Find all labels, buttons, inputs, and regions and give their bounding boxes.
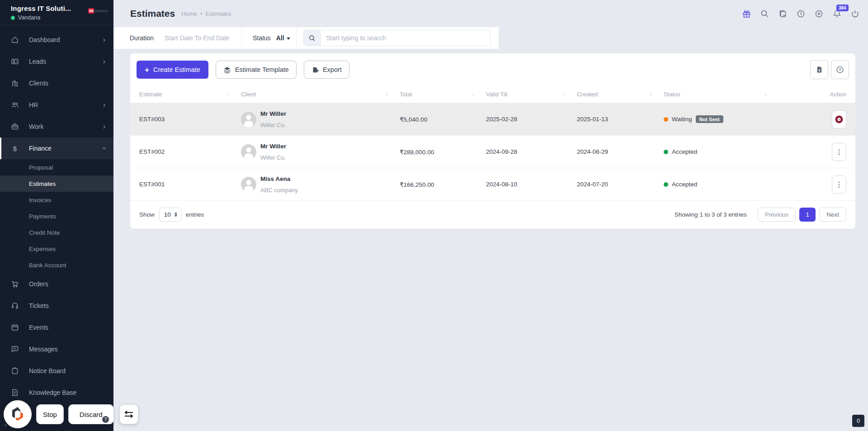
sidebar-item-label: Work: [29, 123, 43, 130]
sort-icon[interactable]: ↑↓: [385, 92, 388, 97]
status-dropdown[interactable]: All: [276, 34, 290, 42]
notes-icon[interactable]: [778, 9, 788, 19]
sidebar-subitem-proposal[interactable]: Proposal: [0, 159, 113, 175]
document-icon: [11, 388, 19, 397]
layers-icon: [223, 66, 231, 74]
sidebar-item-label: Events: [29, 324, 48, 331]
table-row[interactable]: EST#003 Mr WillerWiller Co. ₹5,040.00 20…: [130, 103, 855, 136]
column-header-client[interactable]: Client↑↓: [241, 91, 400, 98]
column-header-created[interactable]: Created↑↓: [577, 91, 664, 98]
client-cell[interactable]: Mr WillerWiller Co.: [241, 143, 400, 161]
status-cell: Waiting Not Sent: [664, 115, 778, 123]
table-row[interactable]: EST#001 Miss AenaABC company ₹166,250.00…: [130, 168, 855, 201]
top-bar: Estimates Home • Estimates 384: [113, 0, 868, 27]
table-header: Estimate↑↓ Client↑↓ Total↑↓ Valid Till↑↓…: [130, 86, 855, 103]
sort-icon[interactable]: ↑↓: [472, 92, 474, 97]
row-actions-button[interactable]: ⋮: [832, 175, 846, 194]
client-name[interactable]: Mr Willer: [260, 143, 286, 150]
gift-icon[interactable]: [741, 9, 751, 19]
search-box: [303, 30, 491, 46]
dots-vertical-icon: ⋮: [836, 180, 843, 189]
duration-label: Duration: [130, 34, 154, 42]
briefcase-icon: [11, 123, 19, 131]
stop-button[interactable]: Stop: [36, 404, 64, 424]
sidebar-subitem-expenses[interactable]: Expenses: [0, 241, 113, 257]
column-header-valid-till[interactable]: Valid Till↑↓: [486, 91, 577, 98]
avatar: [241, 177, 256, 192]
sort-icon[interactable]: ↑↓: [226, 92, 229, 97]
client-cell[interactable]: Mr WillerWiller Co.: [241, 110, 400, 128]
plus-circle-icon[interactable]: [814, 9, 824, 19]
table-row[interactable]: EST#002 Mr WillerWiller Co. ₹288,000.00 …: [130, 136, 855, 168]
recorder-help-icon[interactable]: ?: [102, 416, 109, 423]
sidebar-item-dashboard[interactable]: Dashboard ›: [0, 29, 113, 51]
sidebar-subitem-bank-account[interactable]: Bank Account: [0, 257, 113, 273]
sidebar-item-label: Messages: [29, 346, 58, 353]
create-estimate-button[interactable]: + Create Estimate: [137, 61, 208, 79]
sidebar-item-label: Dashboard: [29, 36, 60, 43]
search-input[interactable]: [321, 34, 490, 42]
sidebar-item-label: Orders: [29, 280, 48, 288]
bell-icon[interactable]: 384: [832, 9, 842, 19]
created-value: 2025-01-13: [577, 116, 664, 123]
sort-icon[interactable]: ↑↓: [562, 92, 565, 97]
column-header-estimate[interactable]: Estimate↑↓: [139, 91, 241, 98]
sidebar-item-orders[interactable]: Orders: [0, 273, 113, 295]
status-dot: [664, 182, 668, 187]
sort-icon[interactable]: ↑↓: [764, 92, 767, 97]
power-icon[interactable]: [850, 9, 860, 19]
breadcrumb-home[interactable]: Home: [181, 10, 197, 17]
select-arrows-icon: [175, 212, 177, 217]
export-button[interactable]: Export: [304, 61, 349, 79]
svg-text:?: ?: [839, 67, 841, 72]
pagination-summary: Showing 1 to 3 of 3 entries: [675, 211, 747, 218]
previous-page-button[interactable]: Previous: [758, 208, 796, 222]
estimate-number[interactable]: EST#001: [139, 181, 241, 188]
column-header-status[interactable]: Status↑↓: [664, 91, 778, 98]
sidebar-item-clients[interactable]: Clients: [0, 72, 113, 94]
client-name[interactable]: Miss Aena: [260, 175, 298, 182]
row-actions-button[interactable]: ⋮: [832, 110, 846, 128]
duration-input[interactable]: [165, 34, 241, 42]
estimate-number[interactable]: EST#003: [139, 116, 241, 123]
sidebar-item-notice-board[interactable]: Notice Board: [0, 360, 113, 382]
client-cell[interactable]: Miss AenaABC company: [241, 175, 400, 194]
sidebar-subitem-invoices[interactable]: Invoices: [0, 192, 113, 208]
page-size-select[interactable]: 10: [159, 208, 181, 222]
sidebar-subitem-payments[interactable]: Payments: [0, 208, 113, 224]
sidebar-item-messages[interactable]: Messages: [0, 338, 113, 360]
estimate-template-button[interactable]: Estimate Template: [216, 61, 297, 79]
column-header-total[interactable]: Total↑↓: [400, 91, 486, 98]
sidebar-nav: Dashboard › Leads › Clients HR › Work › …: [0, 25, 113, 431]
row-actions-button[interactable]: ⋮: [832, 143, 846, 161]
estimate-number[interactable]: EST#002: [139, 148, 241, 155]
sidebar-item-label: Clients: [29, 80, 48, 87]
sidebar-item-events[interactable]: Events: [0, 317, 113, 338]
next-page-button[interactable]: Next: [819, 208, 846, 222]
caret-down-icon: [287, 38, 290, 40]
notification-badge: 384: [836, 5, 849, 11]
page-number-button[interactable]: 1: [799, 208, 816, 222]
help-button[interactable]: ?: [831, 60, 849, 79]
status-text: Accepted: [672, 148, 697, 155]
swap-arrows-button[interactable]: [119, 404, 138, 424]
sidebar-item-work[interactable]: Work ›: [0, 116, 113, 137]
sidebar-subitem-credit-note[interactable]: Credit Note: [0, 224, 113, 241]
sidebar-item-tickets[interactable]: Tickets: [0, 295, 113, 317]
status-text: Accepted: [672, 181, 697, 188]
invoice-file-button[interactable]: $: [810, 60, 828, 79]
avatar: [241, 112, 256, 127]
sort-icon[interactable]: ↑↓: [649, 92, 652, 97]
chevron-right-icon: ›: [103, 58, 105, 65]
search-icon[interactable]: [760, 9, 769, 19]
avatar: [241, 144, 256, 160]
recorder-logo[interactable]: [4, 400, 32, 428]
sidebar-item-hr[interactable]: HR ›: [0, 94, 113, 116]
building-icon: [11, 79, 19, 87]
sidebar-item-finance[interactable]: $ Finance ›: [0, 137, 113, 159]
dots-vertical-icon: ⋮: [836, 115, 843, 123]
clock-icon[interactable]: [796, 9, 806, 19]
client-name[interactable]: Mr Willer: [260, 110, 286, 117]
sidebar-subitem-estimates[interactable]: Estimates: [0, 175, 113, 192]
sidebar-item-leads[interactable]: Leads ›: [0, 51, 113, 72]
